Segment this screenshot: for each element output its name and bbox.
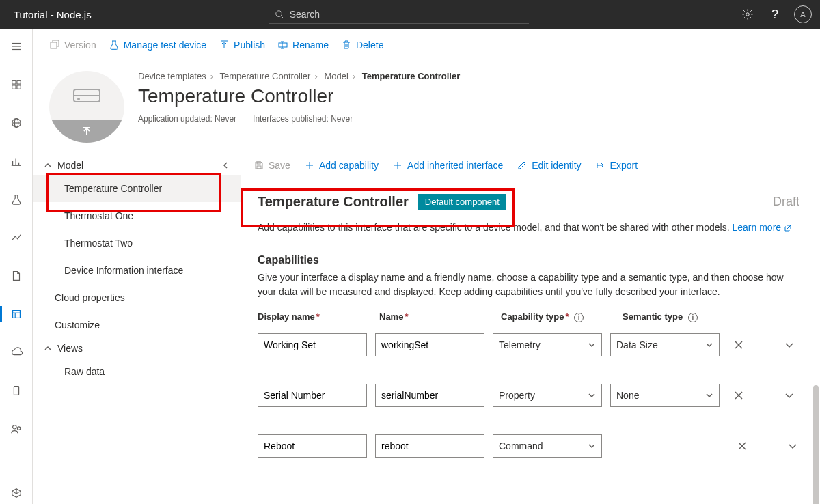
rail-devices[interactable] (0, 112, 33, 134)
rail-menu-toggle[interactable] (0, 36, 33, 57)
svg-point-23 (12, 425, 16, 429)
rail-users[interactable] (0, 418, 33, 440)
version-label: Version (64, 40, 96, 51)
close-icon[interactable] (737, 440, 748, 451)
rename-button[interactable]: Rename (277, 40, 329, 51)
page-header: Device templates› Temperature Controller… (33, 61, 820, 150)
breadcrumb-current: Temperature Controller (362, 71, 461, 81)
top-bar: Tutorial - Node.js Search ? A (0, 0, 820, 29)
rail-analytics[interactable] (0, 150, 33, 172)
add-inherited-label: Add inherited interface (407, 160, 503, 171)
name-input[interactable] (375, 384, 484, 407)
linechart-icon (10, 232, 23, 244)
breadcrumb-link-1[interactable]: Temperature Controller (219, 71, 310, 81)
sem-type-select[interactable]: None (610, 384, 720, 407)
sem-type-select[interactable]: Data Size (610, 333, 720, 356)
user-avatar[interactable]: A (794, 5, 812, 23)
scroll-thumb[interactable] (813, 385, 819, 504)
tree-item-thermostat-two[interactable]: Thermostat Two (33, 229, 241, 257)
add-inherited-button[interactable]: Add inherited interface (392, 160, 503, 171)
tree-item-customize[interactable]: Customize (33, 311, 241, 339)
breadcrumb-link-0[interactable]: Device templates (138, 71, 206, 81)
main-area: Device templates› Temperature Controller… (33, 61, 820, 504)
tree-item-temp-controller[interactable]: Temperature Controller (33, 175, 241, 202)
interface-title: Temperature Controller (258, 194, 409, 210)
status-draft: Draft (773, 195, 800, 209)
publish-button[interactable]: Publish (219, 40, 265, 51)
breadcrumb-link-2[interactable]: Model (324, 71, 348, 81)
rail-dashboard[interactable] (0, 74, 33, 96)
info-icon[interactable]: i (574, 313, 584, 322)
cap-type-select[interactable]: Telemetry (493, 333, 602, 356)
views-section-header[interactable]: Views (33, 339, 241, 358)
close-icon[interactable] (733, 339, 744, 350)
name-input[interactable] (375, 333, 484, 356)
svg-rect-21 (14, 387, 18, 395)
settings-button[interactable] (739, 6, 756, 23)
publish-icon (219, 40, 230, 51)
search-box[interactable]: Search (269, 5, 529, 24)
chevron-down-icon (588, 391, 596, 400)
learn-more-link[interactable]: Learn more (733, 222, 792, 233)
chevron-down-icon[interactable] (784, 339, 795, 350)
rail-rules[interactable] (0, 188, 33, 210)
info-icon[interactable]: i (688, 313, 698, 322)
rail-templates[interactable] (0, 303, 33, 325)
chevron-down-icon (705, 341, 713, 349)
header-name: Name* (379, 311, 493, 322)
rename-icon (277, 40, 288, 51)
svg-point-24 (17, 427, 20, 430)
capabilities-help: Give your interface a display name and a… (258, 270, 804, 299)
capability-row: Property None (258, 384, 804, 407)
tree-item-cloud-properties[interactable]: Cloud properties (33, 284, 241, 311)
scrollbar[interactable] (813, 180, 819, 504)
add-capability-button[interactable]: Add capability (304, 160, 379, 171)
rail-data[interactable] (0, 341, 33, 363)
cloud-icon (10, 346, 23, 359)
display-name-input[interactable] (258, 384, 367, 407)
close-icon[interactable] (733, 390, 744, 401)
interface-header: Temperature Controller Default component… (258, 194, 804, 210)
grid-icon (10, 79, 23, 91)
delete-button[interactable]: Delete (341, 40, 383, 51)
header-cap-type: Capability type* i (501, 311, 614, 322)
cap-type-select[interactable]: Property (493, 384, 602, 407)
header-sem-type: Semantic type i (623, 311, 736, 322)
edit-identity-button[interactable]: Edit identity (517, 160, 581, 171)
save-button[interactable]: Save (254, 160, 290, 171)
tree-item-raw-data[interactable]: Raw data (33, 358, 241, 385)
export-icon (595, 160, 606, 171)
interfaces-published-meta: Interfaces published: Never (253, 114, 353, 124)
rename-label: Rename (292, 40, 329, 51)
rail-admin[interactable] (0, 380, 33, 402)
rail-settings[interactable] (0, 482, 33, 504)
tree-item-thermostat-one[interactable]: Thermostat One (33, 202, 241, 229)
command-bar: Version Manage test device Publish Renam… (0, 29, 820, 61)
trash-icon (341, 40, 352, 51)
cap-type-select[interactable]: Command (493, 434, 602, 458)
rail-jobs[interactable] (0, 227, 33, 249)
model-label: Model (57, 160, 83, 171)
content-split: Model Temperature Controller Thermostat … (33, 150, 820, 504)
edit-identity-label: Edit identity (532, 160, 581, 171)
chevron-down-icon[interactable] (784, 390, 795, 401)
version-button[interactable]: Version (49, 40, 96, 51)
help-button[interactable]: ? (767, 6, 783, 23)
capabilities-title: Capabilities (258, 254, 804, 266)
tree-item-device-info[interactable]: Device Information interface (33, 257, 241, 284)
svg-line-1 (281, 16, 284, 18)
rail-files[interactable] (0, 265, 33, 287)
gear-icon (741, 8, 754, 20)
chevron-down-icon[interactable] (787, 440, 798, 451)
left-tree: Model Temperature Controller Thermostat … (33, 150, 241, 504)
manage-test-device-button[interactable]: Manage test device (109, 40, 206, 51)
svg-rect-29 (279, 43, 287, 47)
topbar-right: ? A (739, 5, 812, 23)
avatar-initial: A (800, 10, 805, 18)
display-name-input[interactable] (258, 434, 367, 458)
app-title: Tutorial - Node.js (14, 9, 92, 20)
display-name-input[interactable] (258, 333, 367, 356)
export-button[interactable]: Export (595, 160, 638, 171)
name-input[interactable] (375, 434, 484, 458)
model-section-header[interactable]: Model (33, 156, 241, 175)
